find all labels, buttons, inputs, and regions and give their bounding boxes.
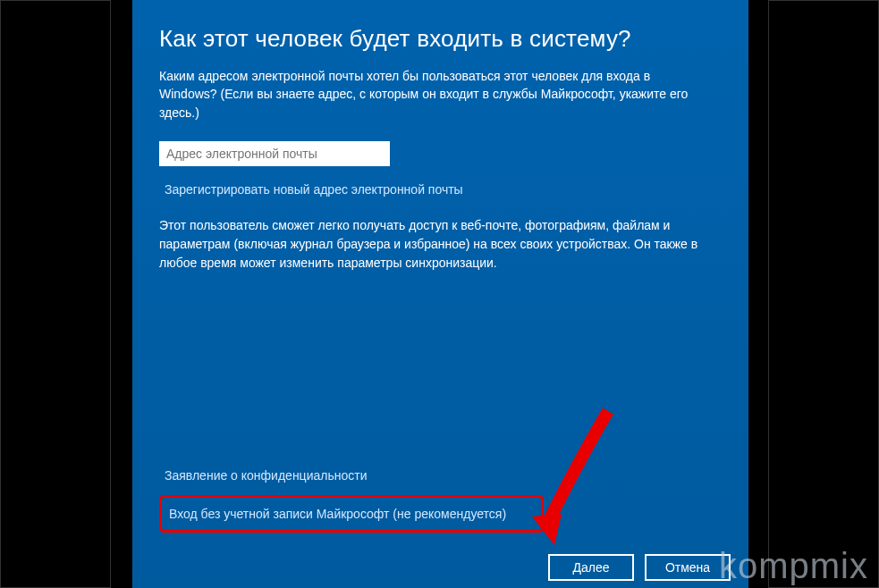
cancel-button[interactable]: Отмена <box>645 554 731 581</box>
signin-dialog: Как этот человек будет входить в систему… <box>132 0 748 588</box>
register-new-email-link[interactable]: Зарегистрировать новый адрес электронной… <box>159 182 722 197</box>
next-button[interactable]: Далее <box>548 554 634 581</box>
dialog-title: Как этот человек будет входить в систему… <box>159 25 722 53</box>
right-black-bar <box>768 0 879 588</box>
privacy-statement-link[interactable]: Заявление о конфиденциальности <box>159 468 722 483</box>
signin-without-ms-account-link[interactable]: Вход без учетной записи Майкрософт (не р… <box>159 495 544 533</box>
email-input[interactable] <box>159 141 390 166</box>
dialog-description: Каким адресом электронной почты хотел бы… <box>159 67 696 122</box>
left-black-bar <box>0 0 111 588</box>
sync-info-text: Этот пользователь сможет легко получать … <box>159 216 714 273</box>
